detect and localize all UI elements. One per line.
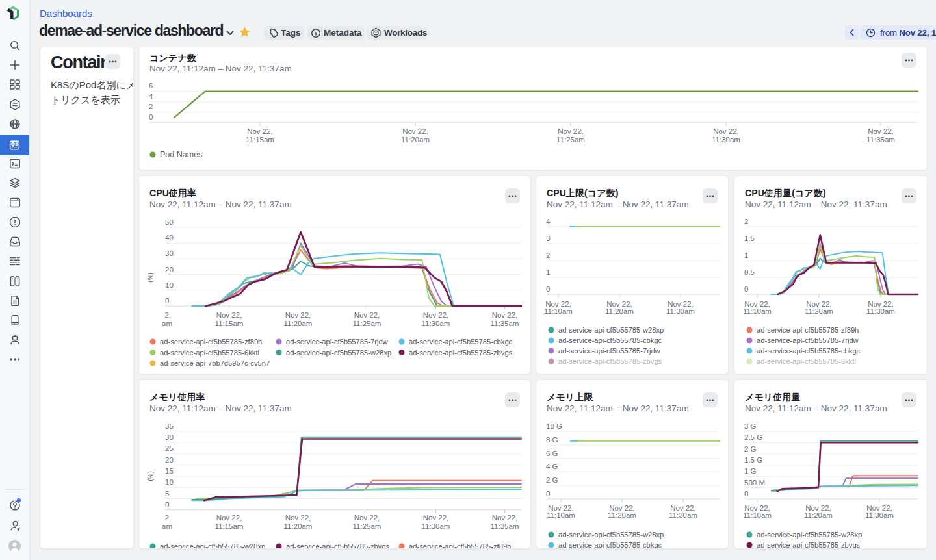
svg-text:3: 3 [546, 235, 550, 242]
svg-text:11:25am: 11:25am [353, 522, 382, 530]
svg-text:11:15am: 11:15am [215, 320, 244, 327]
svg-text:6: 6 [149, 82, 153, 90]
svg-text:11:20am: 11:20am [608, 511, 636, 519]
svg-text:3 G: 3 G [744, 422, 757, 430]
svg-text:2: 2 [149, 103, 153, 110]
svg-text:ad-service-api-cf5b55785-w28xp: ad-service-api-cf5b55785-w28xp [558, 531, 664, 539]
svg-text:15: 15 [165, 467, 174, 475]
svg-text:ad-service-api-cf5b55785-6kktl: ad-service-api-cf5b55785-6kktl [160, 349, 259, 357]
svg-text:11:10am: 11:10am [547, 511, 575, 519]
svg-text:11:10am: 11:10am [743, 307, 772, 315]
svg-text:ad-service-api-cf5b55785-cbkgc: ad-service-api-cf5b55785-cbkgc [558, 337, 662, 344]
svg-text:(%): (%) [147, 272, 154, 283]
svg-text:1.5 G: 1.5 G [744, 456, 762, 464]
svg-text:11:20am: 11:20am [401, 136, 430, 144]
svg-text:11:30am: 11:30am [422, 320, 450, 327]
svg-text:4 G: 4 G [546, 463, 558, 470]
svg-text:Nov 22,: Nov 22, [247, 127, 273, 135]
svg-text:ad-service-api-cf5b55785-cbkgc: ad-service-api-cf5b55785-cbkgc [409, 338, 513, 346]
svg-text:ad-service-api-cf5b55785-6kktl: ad-service-api-cf5b55785-6kktl [757, 357, 856, 365]
svg-text:2,: 2, [164, 514, 171, 522]
svg-text:1: 1 [546, 268, 550, 276]
svg-text:30: 30 [165, 249, 174, 257]
svg-text:0: 0 [744, 285, 748, 293]
svg-text:Nov 22,: Nov 22, [423, 514, 449, 522]
svg-text:11:20am: 11:20am [284, 522, 313, 530]
svg-text:ad-service-api-cf5b55785-7rjdw: ad-service-api-cf5b55785-7rjdw [757, 337, 859, 344]
svg-text:10: 10 [165, 478, 174, 486]
svg-text:2: 2 [546, 251, 550, 259]
svg-text:11:20am: 11:20am [605, 307, 634, 315]
svg-text:ad-service-api-7bb7d5957c-cv5n: ad-service-api-7bb7d5957c-cv5n7 [160, 359, 270, 367]
svg-text:ad-service-api-cf5b55785-w28xp: ad-service-api-cf5b55785-w28xp [286, 349, 391, 357]
svg-text:1: 1 [744, 251, 748, 259]
svg-text:Nov 22,: Nov 22, [423, 311, 449, 319]
svg-text:11:15am: 11:15am [215, 522, 244, 530]
svg-text:Nov 22,: Nov 22, [354, 514, 380, 522]
svg-text:Nov 22,: Nov 22, [216, 514, 242, 522]
svg-text:30: 30 [165, 433, 174, 441]
svg-text:ad-service-api-cf5b55785-7rjdw: ad-service-api-cf5b55785-7rjdw [558, 347, 661, 355]
svg-text:11:15am: 11:15am [246, 136, 274, 144]
svg-text:Nov 22,: Nov 22, [285, 514, 311, 522]
svg-text:0: 0 [165, 297, 169, 305]
svg-text:ad-service-api-cf5b55785-7rjdw: ad-service-api-cf5b55785-7rjdw [286, 338, 389, 346]
svg-text:0: 0 [546, 285, 550, 293]
svg-text:ad-service-api-cf5b55785-zbvgs: ad-service-api-cf5b55785-zbvgs [409, 349, 513, 357]
svg-text:6 G: 6 G [546, 450, 558, 457]
svg-text:11:30am: 11:30am [422, 522, 450, 530]
svg-text:ad-service-api-cf5b55785-zbvgs: ad-service-api-cf5b55785-zbvgs [558, 357, 662, 365]
svg-text:Nov 22,: Nov 22, [354, 311, 380, 319]
svg-text:11:20am: 11:20am [804, 511, 833, 519]
svg-text:2 G: 2 G [744, 445, 757, 453]
svg-text:11:25am: 11:25am [353, 320, 382, 327]
svg-text:1.5: 1.5 [744, 235, 755, 242]
svg-text:11:10am: 11:10am [743, 511, 772, 519]
svg-text:ad-service-api-cf5b55785-zf89h: ad-service-api-cf5b55785-zf89h [160, 338, 262, 346]
svg-text:am: am [162, 320, 172, 327]
svg-text:0: 0 [744, 490, 748, 498]
svg-text:11:35am: 11:35am [866, 136, 895, 144]
svg-text:ad-service-api-cf5b55785-w28xp: ad-service-api-cf5b55785-w28xp [757, 531, 862, 539]
svg-text:2: 2 [744, 218, 748, 225]
svg-text:ad-service-api-cf5b55785-cbkgc: ad-service-api-cf5b55785-cbkgc [757, 347, 861, 355]
svg-text:ad-service-api-cf5b55785-zf89h: ad-service-api-cf5b55785-zf89h [409, 542, 511, 549]
svg-text:11:30am: 11:30am [712, 136, 740, 144]
svg-text:ad-service-api-cf5b55785-cbkgc: ad-service-api-cf5b55785-cbkgc [558, 541, 662, 549]
svg-text:10: 10 [165, 281, 174, 289]
svg-text:11:10am: 11:10am [544, 307, 573, 315]
svg-text:0.5: 0.5 [744, 268, 755, 276]
svg-text:11:25am: 11:25am [556, 136, 585, 144]
svg-text:Pod Names: Pod Names [160, 150, 202, 159]
svg-text:10 G: 10 G [546, 422, 562, 430]
svg-text:Nov 22,: Nov 22, [402, 127, 428, 135]
svg-text:Nov 22,: Nov 22, [558, 127, 584, 135]
svg-text:2,: 2, [164, 311, 171, 319]
svg-text:Nov 22,: Nov 22, [713, 127, 739, 135]
svg-text:4: 4 [546, 218, 551, 225]
svg-text:5: 5 [165, 490, 169, 498]
svg-text:50: 50 [165, 218, 174, 226]
svg-text:11:30am: 11:30am [669, 511, 697, 519]
svg-text:11:35am: 11:35am [491, 522, 519, 530]
svg-text:2.5 G: 2.5 G [744, 433, 762, 441]
svg-text:am: am [162, 522, 172, 530]
svg-text:0: 0 [149, 113, 153, 121]
svg-text:ad-service-api-cf5b55785-w28xp: ad-service-api-cf5b55785-w28xp [160, 542, 265, 549]
svg-text:ad-service-api-cf5b55785-zf89h: ad-service-api-cf5b55785-zf89h [757, 326, 859, 334]
svg-text:(%): (%) [147, 471, 154, 481]
svg-text:20: 20 [165, 266, 174, 274]
svg-text:0: 0 [546, 490, 550, 498]
svg-text:11:20am: 11:20am [805, 307, 833, 315]
svg-text:ad-service-api-cf5b55785-zbvgs: ad-service-api-cf5b55785-zbvgs [757, 541, 861, 549]
svg-text:Nov 22,: Nov 22, [216, 311, 242, 319]
svg-text:11:35am: 11:35am [491, 320, 519, 327]
svg-text:40: 40 [165, 234, 174, 242]
svg-text:11:20am: 11:20am [284, 320, 313, 327]
svg-text:Nov 22,: Nov 22, [868, 127, 894, 135]
svg-text:11:30am: 11:30am [866, 307, 895, 315]
svg-text:25: 25 [165, 444, 174, 452]
svg-text:8 G: 8 G [546, 436, 558, 444]
svg-text:11:30am: 11:30am [666, 307, 695, 315]
svg-text:0: 0 [165, 501, 169, 509]
